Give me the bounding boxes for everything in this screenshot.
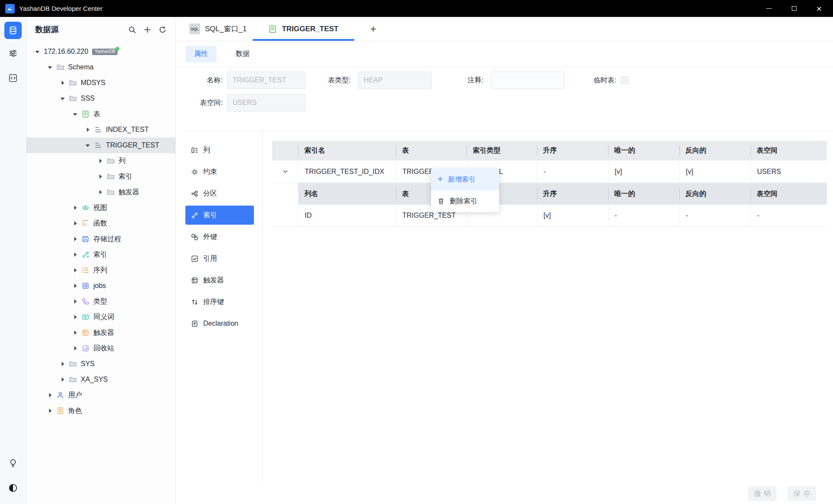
tree-item-TRIGGER_TEST[interactable]: TRIGGER_TEST [26, 137, 175, 153]
subtab-数据[interactable]: 数据 [227, 46, 258, 62]
tree-item-列[interactable]: 列 [26, 153, 175, 169]
expand-cell [272, 183, 298, 205]
theme-contrast-icon[interactable] [8, 483, 18, 493]
chevron-down-icon[interactable] [282, 168, 289, 175]
table-rows-icon [94, 126, 102, 134]
nav-item-索引[interactable]: 索引 [185, 206, 254, 225]
collapse-arrow-icon[interactable] [60, 377, 65, 382]
tree-item-同义词[interactable]: 同义词 [26, 309, 175, 325]
tree-item-触发器[interactable]: 触发器 [26, 325, 175, 340]
tree-item-jobs[interactable]: jobs [26, 278, 175, 294]
expand-arrow-icon[interactable] [60, 96, 65, 101]
collapse-arrow-icon[interactable] [73, 221, 78, 226]
collapse-arrow-icon[interactable] [73, 284, 78, 288]
collapse-arrow-icon[interactable] [60, 81, 65, 85]
nav-item-引用[interactable]: 引用 [185, 249, 254, 268]
save-button[interactable]: 保存 [787, 486, 816, 501]
collapse-arrow-icon[interactable] [73, 346, 78, 351]
nav-item-约束[interactable]: 约束 [185, 162, 254, 181]
expand-arrow-icon[interactable] [35, 49, 40, 54]
nav-item-Declaration[interactable]: Declaration [185, 314, 254, 333]
collapse-arrow-icon[interactable] [73, 206, 78, 210]
search-icon[interactable] [128, 26, 136, 34]
tree-item-存储过程[interactable]: 存储过程 [26, 231, 175, 247]
tree-item-用户[interactable]: 用户 [26, 387, 175, 403]
tree-item-触发器[interactable]: 触发器 [26, 184, 175, 200]
collapse-arrow-icon[interactable] [98, 159, 103, 164]
context-menu: +新增索引删除索引 [431, 169, 499, 212]
folder-icon [56, 63, 64, 71]
collapse-arrow-icon[interactable] [48, 409, 53, 413]
context-menu-item-add-index[interactable]: +新增索引 [431, 169, 499, 190]
collapse-arrow-icon[interactable] [73, 331, 78, 335]
table-type-input[interactable] [358, 72, 431, 89]
tree-item-XA_SYS[interactable]: XA_SYS [26, 372, 175, 387]
temp-table-checkbox[interactable] [621, 76, 629, 84]
undo-button[interactable]: 撤销 [748, 486, 777, 501]
tree-item-序列[interactable]: 序列 [26, 262, 175, 278]
collapse-arrow-icon[interactable] [98, 174, 103, 179]
tree-item-SYS[interactable]: SYS [26, 356, 175, 372]
tree-item-SSS[interactable]: SSS [26, 91, 175, 106]
collapse-arrow-icon[interactable] [73, 315, 78, 320]
collapse-arrow-icon[interactable] [73, 252, 78, 257]
collapse-arrow-icon[interactable] [73, 299, 78, 304]
new-tab-button[interactable]: + [364, 17, 383, 41]
add-datasource-icon[interactable] [143, 26, 151, 34]
nav-item-label: 触发器 [203, 276, 224, 285]
collapse-arrow-icon[interactable] [73, 237, 78, 242]
close-button[interactable]: × [807, 0, 832, 17]
folder-icon [69, 376, 77, 383]
tree-item-回收站[interactable]: 回收站 [26, 340, 175, 356]
index-row[interactable]: TRIGGER_TEST_ID_IDXTRIGGER_TESTNORMAL-[v… [272, 160, 827, 183]
index-column-row[interactable]: IDTRIGGER_TEST[v]--- [272, 205, 827, 227]
nav-item-外键[interactable]: 外键 [185, 227, 254, 246]
collapse-arrow-icon[interactable] [86, 128, 90, 132]
expand-arrow-icon[interactable] [48, 65, 53, 70]
tree-item-视图[interactable]: 视图 [26, 200, 175, 216]
nav-item-触发器[interactable]: 触发器 [185, 271, 254, 290]
tree-item-label: 触发器 [93, 328, 114, 337]
collapse-arrow-icon[interactable] [98, 190, 103, 195]
tree-item-表[interactable]: 表 [26, 106, 175, 122]
collapse-arrow-icon[interactable] [73, 268, 78, 273]
maximize-button[interactable] [781, 0, 807, 17]
subtable-column-header: 升序 [537, 183, 608, 205]
nav-item-排序键[interactable]: 排序键 [185, 292, 254, 311]
folder-icon [69, 95, 77, 102]
refresh-icon[interactable] [158, 26, 167, 34]
comment-input[interactable] [491, 72, 564, 89]
name-input[interactable] [227, 72, 306, 89]
tree-item-INDEX_TEST[interactable]: INDEX_TEST [26, 122, 175, 137]
collapse-arrow-icon[interactable] [60, 362, 65, 367]
nav-item-分区[interactable]: 分区 [185, 184, 254, 203]
subtab-属性[interactable]: 属性 [185, 46, 217, 62]
tree-item-172.16.60.220[interactable]: 172.16.60.220YashanDB [26, 44, 175, 59]
editor-tab-1[interactable]: SQLSQL_窗口_1 [183, 17, 253, 41]
minimize-button[interactable] [756, 0, 781, 17]
context-menu-item-delete-index[interactable]: 删除索引 [431, 190, 499, 212]
tree-item-函数[interactable]: fx函数 [26, 216, 175, 231]
tree-item-类型[interactable]: 类型 [26, 294, 175, 309]
tree-item-索引[interactable]: 索引 [26, 169, 175, 184]
datasource-rail-button[interactable] [4, 22, 22, 39]
nav-item-列[interactable]: 列 [185, 141, 254, 160]
tree-item-label: jobs [93, 282, 106, 290]
expand-arrow-icon[interactable] [86, 143, 90, 148]
table-rows-icon [94, 141, 102, 149]
tree-item-角色[interactable]: 角色 [26, 403, 175, 419]
code-snippets-icon[interactable] [8, 73, 18, 83]
tree-item-Schema[interactable]: Schema [26, 59, 175, 75]
collapse-arrow-icon[interactable] [48, 393, 53, 398]
tree-item-MDSYS[interactable]: MDSYS [26, 75, 175, 91]
expand-arrow-icon[interactable] [73, 112, 78, 117]
tree-item-label: SSS [81, 95, 95, 102]
declaration-icon [191, 320, 198, 327]
settings-sliders-icon[interactable] [8, 48, 18, 59]
expand-cell [272, 205, 298, 226]
tablespace-input[interactable] [227, 94, 306, 111]
editor-tab-2[interactable]: TRIGGER_TEST [253, 17, 354, 41]
table-cell: ID [298, 205, 396, 226]
lightbulb-icon[interactable] [8, 458, 18, 468]
tree-item-索引[interactable]: 索引 [26, 247, 175, 262]
